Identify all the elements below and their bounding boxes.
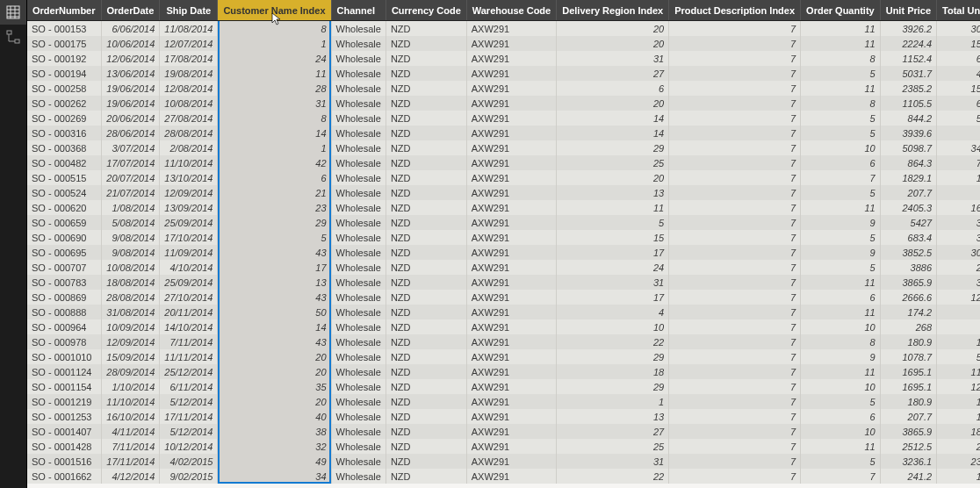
cell-CustomerNameIndex[interactable]: 31 bbox=[218, 96, 331, 111]
cell-ShipDate[interactable]: 10/08/2014 bbox=[160, 96, 218, 111]
cell-Channel[interactable]: Wholesale bbox=[331, 409, 386, 424]
cell-CurrencyCode[interactable]: NZD bbox=[386, 140, 466, 155]
cell-WarehouseCode[interactable]: AXW291 bbox=[466, 379, 556, 394]
cell-OrderDate[interactable]: 11/10/2014 bbox=[101, 394, 160, 409]
cell-CustomerNameIndex[interactable]: 5 bbox=[218, 230, 331, 245]
cell-WarehouseCode[interactable]: AXW291 bbox=[466, 21, 556, 37]
cell-ProductDescriptionIndex[interactable]: 7 bbox=[669, 185, 801, 200]
cell-OrderQuantity[interactable]: 11 bbox=[801, 305, 881, 319]
cell-OrderDate[interactable]: 20/06/2014 bbox=[101, 111, 160, 126]
cell-DeliveryRegionIndex[interactable]: 15 bbox=[557, 230, 669, 245]
table-row[interactable]: SO - 00026219/06/201410/08/201431Wholesa… bbox=[27, 96, 980, 111]
cell-ProductDescriptionIndex[interactable]: 7 bbox=[669, 275, 801, 290]
cell-TotalUnitCost[interactable]: 622.296 bbox=[937, 51, 980, 66]
cell-UnitPrice[interactable]: 3926.2 bbox=[880, 21, 936, 37]
cell-DeliveryRegionIndex[interactable]: 27 bbox=[557, 66, 669, 81]
cell-WarehouseCode[interactable]: AXW291 bbox=[466, 364, 556, 379]
cell-TotalUnitCost[interactable]: 540.288 bbox=[937, 111, 980, 126]
cell-CurrencyCode[interactable]: NZD bbox=[386, 245, 466, 260]
cell-OrderQuantity[interactable]: 5 bbox=[801, 454, 881, 469]
cell-TotalUnitCost[interactable]: 135.675 bbox=[937, 334, 980, 349]
cell-OrderQuantity[interactable]: 10 bbox=[801, 140, 881, 155]
cell-ProductDescriptionIndex[interactable]: 7 bbox=[669, 319, 801, 334]
cell-OrderQuantity[interactable]: 8 bbox=[801, 51, 881, 66]
cell-DeliveryRegionIndex[interactable]: 17 bbox=[557, 290, 669, 305]
cell-ShipDate[interactable]: 9/02/2015 bbox=[160, 469, 218, 484]
cell-OrderNumber[interactable]: SO - 0001516 bbox=[27, 454, 101, 469]
cell-UnitPrice[interactable]: 3865.9 bbox=[880, 275, 936, 290]
cell-ShipDate[interactable]: 12/08/2014 bbox=[160, 81, 218, 96]
cell-WarehouseCode[interactable]: AXW291 bbox=[466, 230, 556, 245]
cell-WarehouseCode[interactable]: AXW291 bbox=[466, 305, 556, 319]
cell-WarehouseCode[interactable]: AXW291 bbox=[466, 469, 556, 484]
cell-CustomerNameIndex[interactable]: 43 bbox=[218, 245, 331, 260]
cell-OrderNumber[interactable]: SO - 0001124 bbox=[27, 364, 101, 379]
cell-OrderDate[interactable]: 21/07/2014 bbox=[101, 185, 160, 200]
cell-WarehouseCode[interactable]: AXW291 bbox=[466, 111, 556, 126]
cell-ShipDate[interactable]: 17/11/2014 bbox=[160, 409, 218, 424]
cell-Channel[interactable]: Wholesale bbox=[331, 230, 386, 245]
cell-OrderQuantity[interactable]: 9 bbox=[801, 349, 881, 364]
cell-CurrencyCode[interactable]: NZD bbox=[386, 469, 466, 484]
cell-UnitPrice[interactable]: 5031.7 bbox=[880, 66, 936, 81]
cell-CurrencyCode[interactable]: NZD bbox=[386, 66, 466, 81]
table-row[interactable]: SO - 0006595/08/201425/09/201429Wholesal… bbox=[27, 215, 980, 230]
cell-CurrencyCode[interactable]: NZD bbox=[386, 379, 466, 394]
cell-ProductDescriptionIndex[interactable]: 7 bbox=[669, 230, 801, 245]
cell-OrderDate[interactable]: 28/08/2014 bbox=[101, 290, 160, 305]
cell-WarehouseCode[interactable]: AXW291 bbox=[466, 96, 556, 111]
cell-OrderDate[interactable]: 19/06/2014 bbox=[101, 96, 160, 111]
cell-Channel[interactable]: Wholesale bbox=[331, 111, 386, 126]
cell-OrderQuantity[interactable]: 5 bbox=[801, 230, 881, 245]
cell-Channel[interactable]: Wholesale bbox=[331, 334, 386, 349]
cell-WarehouseCode[interactable]: AXW291 bbox=[466, 51, 556, 66]
cell-UnitPrice[interactable]: 1105.5 bbox=[880, 96, 936, 111]
cell-OrderDate[interactable]: 20/07/2014 bbox=[101, 170, 160, 185]
cell-TotalUnitCost[interactable]: 3092.72 bbox=[937, 275, 980, 290]
cell-OrderQuantity[interactable]: 5 bbox=[801, 394, 881, 409]
cell-OrderDate[interactable]: 16/10/2014 bbox=[101, 409, 160, 424]
cell-TotalUnitCost[interactable]: 652.245 bbox=[937, 96, 980, 111]
cell-OrderDate[interactable]: 28/09/2014 bbox=[101, 364, 160, 379]
cell-ProductDescriptionIndex[interactable]: 7 bbox=[669, 155, 801, 170]
cell-CustomerNameIndex[interactable]: 43 bbox=[218, 290, 331, 305]
table-row[interactable]: SO - 00048217/07/201411/10/201442Wholesa… bbox=[27, 155, 980, 170]
table-row[interactable]: SO - 000121911/10/20145/12/201420Wholesa… bbox=[27, 394, 980, 409]
cell-CustomerNameIndex[interactable]: 32 bbox=[218, 439, 331, 454]
cell-WarehouseCode[interactable]: AXW291 bbox=[466, 394, 556, 409]
cell-OrderNumber[interactable]: SO - 000262 bbox=[27, 96, 101, 111]
cell-WarehouseCode[interactable]: AXW291 bbox=[466, 170, 556, 185]
cell-WarehouseCode[interactable]: AXW291 bbox=[466, 260, 556, 275]
table-row[interactable]: SO - 0006201/08/201413/09/201423Wholesal… bbox=[27, 200, 980, 215]
cell-CustomerNameIndex[interactable]: 1 bbox=[218, 140, 331, 155]
cell-OrderQuantity[interactable]: 11 bbox=[801, 439, 881, 454]
cell-ProductDescriptionIndex[interactable]: 7 bbox=[669, 469, 801, 484]
cell-DeliveryRegionIndex[interactable]: 22 bbox=[557, 334, 669, 349]
cell-DeliveryRegionIndex[interactable]: 10 bbox=[557, 319, 669, 334]
cell-TotalUnitCost[interactable]: 4025.36 bbox=[937, 66, 980, 81]
cell-OrderNumber[interactable]: SO - 0001010 bbox=[27, 349, 101, 364]
cell-ProductDescriptionIndex[interactable]: 7 bbox=[669, 126, 801, 140]
cell-Channel[interactable]: Wholesale bbox=[331, 245, 386, 260]
cell-OrderNumber[interactable]: SO - 0001428 bbox=[27, 439, 101, 454]
table-row[interactable]: SO - 00052421/07/201412/09/201421Wholesa… bbox=[27, 185, 980, 200]
cell-DeliveryRegionIndex[interactable]: 14 bbox=[557, 126, 669, 140]
cell-CurrencyCode[interactable]: NZD bbox=[386, 290, 466, 305]
cell-Channel[interactable]: Wholesale bbox=[331, 319, 386, 334]
cell-OrderQuantity[interactable]: 10 bbox=[801, 424, 881, 439]
column-header-TotalUnitCost[interactable]: Total Unit Cost bbox=[937, 0, 980, 21]
cell-Channel[interactable]: Wholesale bbox=[331, 454, 386, 469]
cell-ProductDescriptionIndex[interactable]: 7 bbox=[669, 364, 801, 379]
cell-WarehouseCode[interactable]: AXW291 bbox=[466, 334, 556, 349]
cell-CurrencyCode[interactable]: NZD bbox=[386, 424, 466, 439]
cell-ShipDate[interactable]: 6/11/2014 bbox=[160, 379, 218, 394]
cell-OrderNumber[interactable]: SO - 000869 bbox=[27, 290, 101, 305]
cell-TotalUnitCost[interactable]: 1101.815 bbox=[937, 364, 980, 379]
cell-UnitPrice[interactable]: 5098.7 bbox=[880, 140, 936, 155]
cell-UnitPrice[interactable]: 1152.4 bbox=[880, 51, 936, 66]
cell-DeliveryRegionIndex[interactable]: 11 bbox=[557, 200, 669, 215]
cell-UnitPrice[interactable]: 5427 bbox=[880, 215, 936, 230]
column-header-OrderNumber[interactable]: OrderNumber bbox=[27, 0, 101, 21]
cell-WarehouseCode[interactable]: AXW291 bbox=[466, 200, 556, 215]
cell-UnitPrice[interactable]: 683.4 bbox=[880, 230, 936, 245]
